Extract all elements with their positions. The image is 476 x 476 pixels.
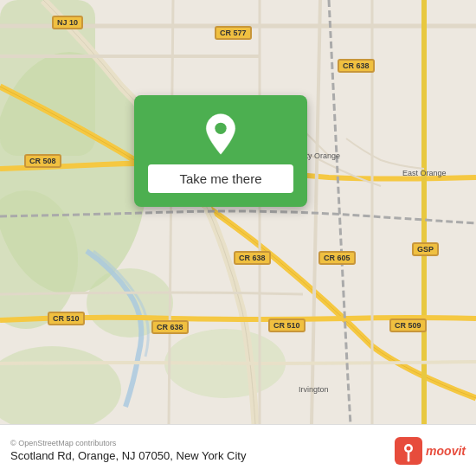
address-text: Scotland Rd, Orange, NJ 07050, New York … bbox=[10, 449, 246, 462]
moovit-brand-label: moovit bbox=[426, 444, 466, 458]
road-badge-cr510-left: CR 510 bbox=[48, 312, 85, 325]
bottom-bar: © OpenStreetMap contributors Scotland Rd… bbox=[0, 424, 476, 476]
svg-point-17 bbox=[407, 446, 411, 450]
road-badge-cr638-bot: CR 638 bbox=[151, 320, 189, 334]
road-badge-cr509: CR 509 bbox=[389, 318, 427, 332]
svg-point-14 bbox=[215, 123, 226, 134]
address-section: © OpenStreetMap contributors Scotland Rd… bbox=[10, 439, 246, 462]
moovit-icon-svg bbox=[395, 437, 422, 465]
road-badge-cr577: CR 577 bbox=[215, 26, 252, 40]
road-badge-gsp: GSP bbox=[412, 242, 439, 256]
road-badge-nj10: NJ 10 bbox=[52, 16, 83, 29]
road-badge-cr510-right: CR 510 bbox=[268, 318, 306, 332]
road-badge-cr638-top: CR 638 bbox=[338, 59, 375, 73]
moovit-logo: moovit bbox=[395, 437, 466, 465]
map-view: NJ 10 CR 577 CR 638 CR 508 CR 638 CR 605… bbox=[0, 0, 476, 424]
address-line: Scotland Rd, Orange, NJ 07050, bbox=[10, 449, 173, 462]
svg-point-18 bbox=[408, 459, 410, 461]
road-badge-cr508: CR 508 bbox=[24, 154, 61, 168]
road-badge-cr638-mid: CR 638 bbox=[234, 251, 271, 265]
road-badge-cr605: CR 605 bbox=[318, 251, 356, 265]
location-pin-icon bbox=[199, 113, 242, 156]
take-me-there-button[interactable]: Take me there bbox=[148, 164, 293, 193]
openstreetmap-credit: © OpenStreetMap contributors bbox=[10, 439, 246, 447]
action-card: Take me there bbox=[134, 95, 307, 207]
city-line: New York City bbox=[177, 449, 247, 462]
